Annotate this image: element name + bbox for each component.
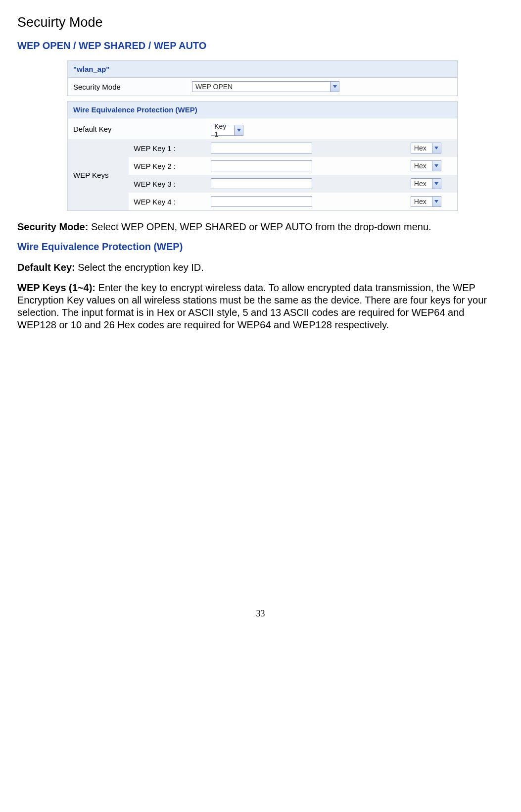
chevron-down-icon	[432, 161, 441, 171]
chevron-down-icon	[234, 125, 243, 135]
heading-wep-section: Wire Equivalence Protection (WEP)	[17, 241, 504, 253]
wep-key-1-input[interactable]	[211, 143, 312, 153]
panel-wep-header: Wire Equivalence Protection (WEP)	[68, 102, 457, 118]
wep-key-1-format-value: Hex	[411, 144, 432, 152]
wep-keys-group-label: WEP Keys	[68, 139, 129, 210]
security-mode-field: WEP OPEN	[187, 78, 457, 96]
chevron-down-icon	[432, 197, 441, 206]
wep-key-4-format-value: Hex	[411, 198, 432, 205]
wep-key-3-label: WEP Key 3 :	[129, 175, 206, 193]
wep-key-2-input[interactable]	[211, 160, 312, 171]
paragraph-default-key-label: Default Key:	[17, 262, 78, 273]
security-mode-select-value: WEP OPEN	[192, 83, 330, 91]
wep-key-3-format-select[interactable]: Hex	[411, 178, 441, 189]
chevron-down-icon	[432, 143, 441, 153]
wep-key-3-input[interactable]	[211, 178, 312, 189]
default-key-label: Default Key	[68, 118, 206, 139]
paragraph-security-mode-body: Select WEP OPEN, WEP SHARED or WEP AUTO …	[91, 221, 431, 232]
panel-wep: Wire Equivalence Protection (WEP) Defaul…	[67, 101, 458, 211]
chevron-down-icon	[330, 82, 339, 92]
default-key-field: Key 1	[206, 118, 457, 139]
wep-key-4-label: WEP Key 4 :	[129, 193, 206, 210]
wep-key-4-format-select[interactable]: Hex	[411, 196, 441, 207]
page-title: Secuirty Mode	[17, 15, 504, 30]
paragraph-security-mode-label: Security Mode:	[17, 221, 91, 232]
security-mode-select[interactable]: WEP OPEN	[192, 81, 339, 92]
wep-key-3-format-value: Hex	[411, 180, 432, 188]
paragraph-wep-keys: WEP Keys (1~4): Enter the key to encrypt…	[17, 282, 504, 331]
config-screenshot: "wlan_ap" Security Mode WEP OPEN Wire Eq…	[67, 60, 458, 211]
wep-key-2-format-value: Hex	[411, 162, 432, 170]
paragraph-default-key-body: Select the encryption key ID.	[78, 262, 204, 273]
paragraph-default-key: Default Key: Select the encryption key I…	[17, 261, 504, 274]
chevron-down-icon	[432, 179, 441, 189]
paragraph-wep-keys-label: WEP Keys (1~4):	[17, 282, 98, 293]
wep-key-2-format-select[interactable]: Hex	[411, 160, 441, 171]
default-key-select[interactable]: Key 1	[211, 125, 243, 136]
wep-key-2-label: WEP Key 2 :	[129, 157, 206, 175]
paragraph-security-mode: Security Mode: Select WEP OPEN, WEP SHAR…	[17, 221, 504, 233]
heading-wep-types: WEP OPEN / WEP SHARED / WEP AUTO	[17, 40, 504, 51]
panel-wlan-ap-header: "wlan_ap"	[68, 61, 457, 78]
wep-key-4-input[interactable]	[211, 196, 312, 207]
page-number: 33	[17, 609, 504, 619]
default-key-select-value: Key 1	[211, 122, 234, 138]
wep-key-1-label: WEP Key 1 :	[129, 139, 206, 157]
wep-key-1-format-select[interactable]: Hex	[411, 143, 441, 153]
security-mode-label: Security Mode	[68, 78, 187, 96]
panel-wlan-ap: "wlan_ap" Security Mode WEP OPEN	[67, 60, 458, 96]
